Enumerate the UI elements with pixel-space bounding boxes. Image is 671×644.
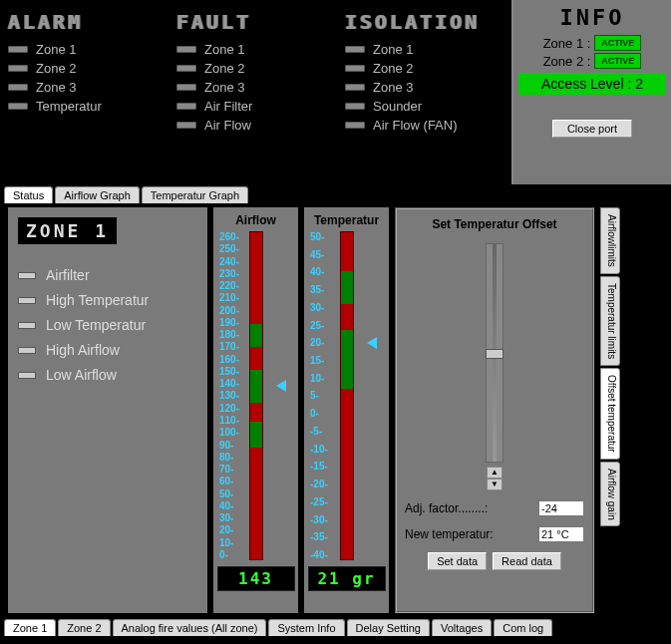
status-led-icon bbox=[345, 46, 365, 53]
led-row: Low Temperatur bbox=[18, 317, 197, 333]
tab-analog-fire-values-all-zone-[interactable]: Analog fire values (All zone) bbox=[113, 619, 267, 636]
tab-delay-setting[interactable]: Delay Setting bbox=[347, 619, 430, 636]
led-label: Airfilter bbox=[46, 267, 90, 283]
tick-label: 5- bbox=[310, 390, 328, 401]
info-zone2-status: ACTIVE bbox=[594, 53, 641, 69]
tick-label: 35- bbox=[310, 284, 328, 295]
fault-column: FAULT Zone 1Zone 2Zone 3Air FilterAir Fl… bbox=[176, 10, 335, 174]
side-tab-offset-temperatur[interactable]: Offset temperatur bbox=[600, 368, 620, 460]
temperatur-pointer-icon bbox=[367, 337, 377, 349]
airflow-gauge: Airflow 260-250-240-230-220-210-200-190-… bbox=[213, 207, 298, 613]
temperatur-gauge-title: Temperatur bbox=[314, 213, 379, 227]
tick-label: -40- bbox=[310, 549, 328, 560]
tick-label: 60- bbox=[219, 476, 239, 486]
side-tab-airflowlimits[interactable]: Airflowlimits bbox=[600, 207, 620, 274]
tick-label: 240- bbox=[219, 256, 239, 267]
led-row: Zone 1 bbox=[345, 42, 503, 57]
led-label: Air Flow bbox=[204, 118, 251, 133]
led-row: Zone 1 bbox=[8, 42, 167, 57]
status-led-icon bbox=[345, 84, 365, 91]
led-label: Zone 2 bbox=[36, 61, 76, 76]
new-temperatur-input[interactable] bbox=[538, 526, 584, 542]
alarm-column: ALARM Zone 1Zone 2Zone 3Temperatur bbox=[8, 10, 167, 174]
led-row: Low Airflow bbox=[18, 367, 197, 383]
temperatur-gauge: Temperatur 50-45-40-35-30-25-20-15-10-5-… bbox=[304, 207, 389, 613]
lower-tabs: Zone 1Zone 2Analog fire values (All zone… bbox=[0, 617, 671, 636]
adj-factor-input[interactable] bbox=[538, 500, 584, 516]
airflow-readout: 143 bbox=[217, 566, 295, 591]
tick-label: 120- bbox=[219, 403, 239, 414]
access-level: Access Level : 2 bbox=[518, 73, 666, 95]
fault-header: FAULT bbox=[176, 10, 335, 34]
status-led-icon bbox=[176, 46, 196, 53]
led-label: Zone 1 bbox=[36, 42, 76, 57]
led-label: Zone 3 bbox=[36, 80, 76, 95]
led-row: Air Flow (FAN) bbox=[345, 118, 503, 133]
read-data-button[interactable]: Read data bbox=[493, 552, 561, 570]
tab-zone-2[interactable]: Zone 2 bbox=[58, 619, 110, 636]
top-status-panel: ALARM Zone 1Zone 2Zone 3Temperatur FAULT… bbox=[0, 0, 511, 184]
side-tab-temperatur-limits[interactable]: Temperatur limits bbox=[600, 276, 620, 366]
tick-label: 260- bbox=[219, 231, 239, 242]
tick-label: 80- bbox=[219, 452, 239, 463]
status-led-icon bbox=[18, 372, 36, 379]
new-temperatur-label: New temperatur: bbox=[405, 527, 532, 541]
tab-com-log[interactable]: Com log bbox=[494, 619, 552, 636]
set-data-button[interactable]: Set data bbox=[428, 552, 487, 570]
tick-label: -5- bbox=[310, 426, 328, 437]
info-zone2-label: Zone 2 : bbox=[543, 54, 591, 69]
tick-label: 30- bbox=[219, 512, 239, 523]
led-row: Air Filter bbox=[176, 99, 335, 114]
offset-spin-down-button[interactable]: ▼ bbox=[487, 479, 503, 490]
tab-zone-1[interactable]: Zone 1 bbox=[4, 619, 56, 636]
tick-label: 160- bbox=[219, 354, 239, 365]
tick-label: 25- bbox=[310, 320, 328, 331]
adj-factor-label: Adj. factor........: bbox=[405, 501, 532, 515]
offset-spin-up-button[interactable]: ▲ bbox=[487, 467, 503, 479]
led-label: Zone 2 bbox=[204, 61, 244, 76]
tick-label: 110- bbox=[219, 415, 239, 426]
tab-system-info[interactable]: System Info bbox=[268, 619, 344, 636]
tick-label: 0- bbox=[310, 408, 328, 419]
led-row: Zone 1 bbox=[176, 42, 335, 57]
tick-label: 140- bbox=[219, 378, 239, 389]
tab-temperatur-graph[interactable]: Temperatur Graph bbox=[142, 186, 248, 203]
tick-label: -15- bbox=[310, 461, 328, 472]
tick-label: 230- bbox=[219, 268, 239, 279]
status-led-icon bbox=[176, 122, 196, 129]
side-tab-airflow-gain[interactable]: Airflow gain bbox=[600, 462, 620, 527]
led-label: Zone 2 bbox=[373, 61, 413, 76]
offset-slider[interactable] bbox=[486, 243, 503, 463]
led-row: Zone 2 bbox=[176, 61, 335, 76]
led-label: High Temperatur bbox=[46, 292, 149, 308]
tick-label: 90- bbox=[219, 440, 239, 451]
offset-slider-thumb[interactable] bbox=[486, 349, 503, 359]
airflow-pointer-icon bbox=[276, 380, 286, 392]
status-led-icon bbox=[176, 103, 196, 110]
led-label: Low Airflow bbox=[46, 367, 117, 383]
info-header: INFO bbox=[518, 5, 666, 30]
close-port-button[interactable]: Close port bbox=[552, 120, 632, 138]
tab-status[interactable]: Status bbox=[4, 186, 53, 203]
tick-label: 100- bbox=[219, 427, 239, 438]
tick-label: 45- bbox=[310, 249, 328, 260]
led-row: Airfilter bbox=[18, 267, 197, 283]
led-label: Zone 1 bbox=[204, 42, 244, 57]
info-zone1-status: ACTIVE bbox=[594, 35, 641, 51]
tick-label: 0- bbox=[219, 549, 239, 560]
isolation-header: ISOLATION bbox=[345, 10, 503, 34]
tick-label: 70- bbox=[219, 464, 239, 475]
tick-label: 190- bbox=[219, 317, 239, 328]
airflow-gauge-title: Airflow bbox=[235, 213, 276, 227]
tick-label: -25- bbox=[310, 496, 328, 507]
led-row: High Temperatur bbox=[18, 292, 197, 308]
tick-label: 50- bbox=[219, 488, 239, 499]
led-label: Air Filter bbox=[204, 99, 252, 114]
tick-label: -10- bbox=[310, 444, 328, 455]
tick-label: 10- bbox=[219, 537, 239, 548]
tick-label: 170- bbox=[219, 341, 239, 352]
tab-airflow-graph[interactable]: Airflow Graph bbox=[55, 186, 140, 203]
status-led-icon bbox=[18, 347, 36, 354]
zone-title-box: ZONE 1 bbox=[18, 217, 117, 244]
tab-voltages[interactable]: Voltages bbox=[432, 619, 492, 636]
